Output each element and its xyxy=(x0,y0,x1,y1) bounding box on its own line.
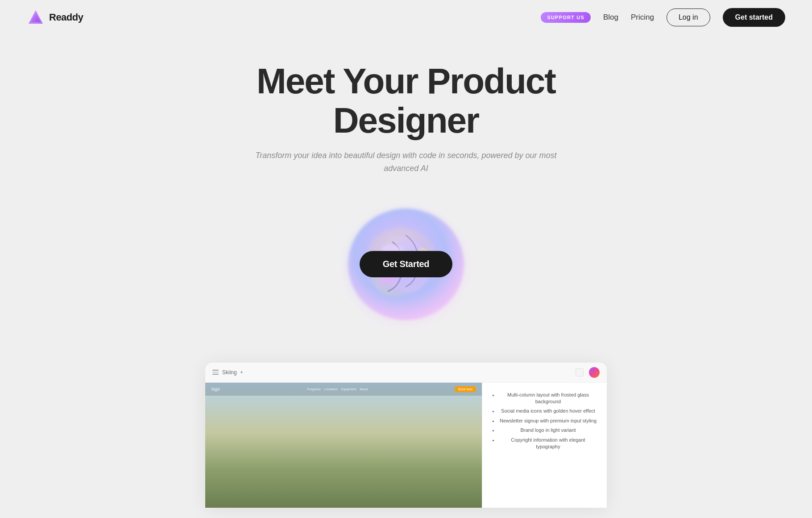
hamburger-line-1 xyxy=(212,370,219,371)
readdy-logo-icon xyxy=(27,8,45,26)
webpage-logo-text: logo xyxy=(211,387,220,392)
hero-subtitle: Transform your idea into beautiful desig… xyxy=(254,149,558,175)
nav-right: SUPPORT US Blog Pricing Log in Get start… xyxy=(541,8,785,27)
webpage-nav-about: About xyxy=(360,388,368,391)
preview-avatar-icon[interactable] xyxy=(589,367,600,378)
webpage-nav-programs: Programs xyxy=(307,388,320,391)
webpage-nav-links: Programs Locations Equipment About xyxy=(307,388,368,391)
preview-desc-list: Multi-column layout with frosted glass b… xyxy=(491,392,598,451)
navbar: Readdy SUPPORT US Blog Pricing Log in Ge… xyxy=(0,0,812,35)
preview-settings-icon[interactable] xyxy=(576,368,584,376)
hero-title: Meet Your Product Designer xyxy=(205,62,607,140)
preview-desc-item-2: Social media icons with golden hover eff… xyxy=(498,408,598,414)
preview-titlebar-left: Skiing ▾ xyxy=(212,369,243,376)
preview-desc-item-4: Brand logo in light variant xyxy=(498,427,598,434)
preview-desc-item-5: Copyright information with elegant typog… xyxy=(498,437,598,451)
webpage-cta-button: Book Now xyxy=(455,386,476,392)
hero-section: Meet Your Product Designer Transform you… xyxy=(0,35,812,508)
hamburger-line-2 xyxy=(212,372,219,373)
preview-body: logo Programs Locations Equipment About … xyxy=(205,383,607,508)
preview-titlebar: Skiing ▾ xyxy=(205,363,607,383)
preview-section: Skiing ▾ logo Programs Locations xyxy=(178,363,634,508)
get-started-hero-button[interactable]: Get Started xyxy=(360,251,453,277)
nav-blog-link[interactable]: Blog xyxy=(603,13,618,22)
webpage-nav-locations: Locations xyxy=(324,388,338,391)
preview-desc-item-1: Multi-column layout with frosted glass b… xyxy=(498,392,598,405)
preview-desc-item-3: Newsletter signup with premium input sty… xyxy=(498,418,598,424)
preview-tab-label: Skiing xyxy=(222,369,237,376)
nav-pricing-link[interactable]: Pricing xyxy=(631,13,654,22)
webpage-nav-equipment: Equipment xyxy=(341,388,356,391)
hamburger-icon[interactable] xyxy=(212,370,219,375)
get-started-nav-button[interactable]: Get started xyxy=(723,8,785,27)
preview-titlebar-right xyxy=(576,367,600,378)
preview-description-panel: Multi-column layout with frosted glass b… xyxy=(482,383,607,508)
support-badge[interactable]: SUPPORT US xyxy=(541,12,591,23)
brand-name: Readdy xyxy=(49,12,83,23)
preview-card: Skiing ▾ logo Programs Locations xyxy=(205,363,607,508)
preview-chevron-icon: ▾ xyxy=(240,370,243,375)
logo-area: Readdy xyxy=(27,8,83,26)
webpage-nav: logo Programs Locations Equipment About … xyxy=(205,383,482,396)
hero-blob-container: Get Started xyxy=(335,193,477,336)
webpage-content xyxy=(205,396,482,414)
hamburger-line-3 xyxy=(212,374,219,375)
preview-webpage: logo Programs Locations Equipment About … xyxy=(205,383,482,508)
login-button[interactable]: Log in xyxy=(667,8,710,26)
